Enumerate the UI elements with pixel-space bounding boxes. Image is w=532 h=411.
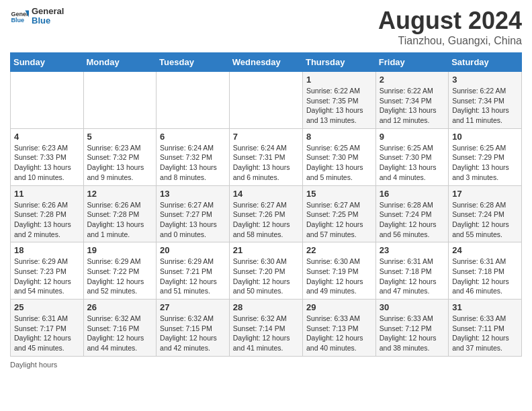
day-of-week-header: Thursday	[302, 53, 375, 72]
day-of-week-header: Friday	[375, 53, 448, 72]
logo-blue-text: Blue	[32, 16, 64, 26]
calendar-cell: 29Sunrise: 6:33 AM Sunset: 7:13 PM Dayli…	[302, 300, 375, 357]
day-number: 28	[233, 302, 299, 312]
day-info: Sunrise: 6:33 AM Sunset: 7:13 PM Dayligh…	[306, 314, 372, 353]
calendar-cell: 7Sunrise: 6:24 AM Sunset: 7:31 PM Daylig…	[229, 128, 302, 185]
day-info: Sunrise: 6:24 AM Sunset: 7:31 PM Dayligh…	[233, 143, 299, 183]
calendar-week-row: 25Sunrise: 6:31 AM Sunset: 7:17 PM Dayli…	[11, 300, 522, 357]
day-info: Sunrise: 6:29 AM Sunset: 7:21 PM Dayligh…	[160, 257, 226, 296]
title-area: August 2024 Tianzhou, Guangxi, China	[378, 7, 522, 47]
day-number: 2	[380, 75, 445, 85]
calendar-cell: 15Sunrise: 6:27 AM Sunset: 7:25 PM Dayli…	[302, 185, 375, 242]
svg-text:Blue: Blue	[11, 17, 24, 24]
calendar-cell: 4Sunrise: 6:23 AM Sunset: 7:33 PM Daylig…	[11, 128, 84, 185]
calendar-week-row: 11Sunrise: 6:26 AM Sunset: 7:28 PM Dayli…	[11, 185, 522, 242]
day-info: Sunrise: 6:22 AM Sunset: 7:34 PM Dayligh…	[380, 86, 445, 126]
day-number: 26	[87, 302, 153, 312]
day-number: 23	[380, 245, 445, 255]
day-number: 3	[452, 75, 518, 85]
day-number: 24	[452, 245, 518, 255]
day-info: Sunrise: 6:32 AM Sunset: 7:16 PM Dayligh…	[87, 314, 153, 353]
calendar-cell: 5Sunrise: 6:23 AM Sunset: 7:32 PM Daylig…	[83, 128, 157, 185]
day-number: 11	[14, 189, 80, 199]
calendar-cell: 12Sunrise: 6:26 AM Sunset: 7:28 PM Dayli…	[83, 185, 157, 242]
day-info: Sunrise: 6:30 AM Sunset: 7:19 PM Dayligh…	[306, 257, 372, 296]
day-info: Sunrise: 6:27 AM Sunset: 7:26 PM Dayligh…	[233, 200, 299, 240]
day-number: 20	[160, 245, 226, 255]
day-number: 22	[306, 245, 372, 255]
calendar-cell: 13Sunrise: 6:27 AM Sunset: 7:27 PM Dayli…	[157, 185, 230, 242]
main-title: August 2024	[378, 7, 522, 35]
calendar-cell: 11Sunrise: 6:26 AM Sunset: 7:28 PM Dayli…	[11, 185, 84, 242]
footer-note: Daylight hours	[10, 361, 522, 369]
calendar-cell: 19Sunrise: 6:29 AM Sunset: 7:22 PM Dayli…	[83, 242, 157, 300]
day-number: 16	[380, 189, 445, 199]
calendar-cell: 2Sunrise: 6:22 AM Sunset: 7:34 PM Daylig…	[375, 72, 448, 129]
day-info: Sunrise: 6:27 AM Sunset: 7:25 PM Dayligh…	[306, 200, 372, 240]
logo-icon: General Blue	[10, 7, 29, 26]
day-info: Sunrise: 6:32 AM Sunset: 7:14 PM Dayligh…	[233, 314, 299, 353]
calendar-cell	[229, 72, 302, 129]
calendar-week-row: 1Sunrise: 6:22 AM Sunset: 7:35 PM Daylig…	[11, 72, 522, 129]
day-of-week-header: Tuesday	[157, 53, 230, 72]
day-number: 30	[380, 302, 445, 312]
day-info: Sunrise: 6:22 AM Sunset: 7:35 PM Dayligh…	[306, 86, 372, 126]
day-info: Sunrise: 6:28 AM Sunset: 7:24 PM Dayligh…	[380, 200, 445, 240]
day-info: Sunrise: 6:23 AM Sunset: 7:32 PM Dayligh…	[87, 143, 153, 183]
calendar-cell: 3Sunrise: 6:22 AM Sunset: 7:34 PM Daylig…	[449, 72, 522, 129]
calendar-cell: 23Sunrise: 6:31 AM Sunset: 7:18 PM Dayli…	[375, 242, 448, 300]
day-info: Sunrise: 6:25 AM Sunset: 7:30 PM Dayligh…	[306, 143, 372, 183]
calendar-cell: 24Sunrise: 6:31 AM Sunset: 7:18 PM Dayli…	[449, 242, 522, 300]
day-info: Sunrise: 6:23 AM Sunset: 7:33 PM Dayligh…	[14, 143, 80, 183]
calendar-cell: 30Sunrise: 6:33 AM Sunset: 7:12 PM Dayli…	[375, 300, 448, 357]
calendar-cell: 14Sunrise: 6:27 AM Sunset: 7:26 PM Dayli…	[229, 185, 302, 242]
logo-general-text: General	[32, 7, 64, 16]
calendar-week-row: 18Sunrise: 6:29 AM Sunset: 7:23 PM Dayli…	[11, 242, 522, 300]
day-number: 10	[452, 132, 518, 142]
header-row: SundayMondayTuesdayWednesdayThursdayFrid…	[11, 53, 522, 72]
day-number: 21	[233, 245, 299, 255]
day-number: 25	[14, 302, 80, 312]
calendar-cell: 21Sunrise: 6:30 AM Sunset: 7:20 PM Dayli…	[229, 242, 302, 300]
calendar-cell	[83, 72, 157, 129]
subtitle: Tianzhou, Guangxi, China	[378, 35, 522, 47]
day-number: 12	[87, 189, 153, 199]
calendar-cell: 20Sunrise: 6:29 AM Sunset: 7:21 PM Dayli…	[157, 242, 230, 300]
calendar-cell: 28Sunrise: 6:32 AM Sunset: 7:14 PM Dayli…	[229, 300, 302, 357]
calendar-header: SundayMondayTuesdayWednesdayThursdayFrid…	[11, 53, 522, 72]
day-number: 9	[380, 132, 445, 142]
day-info: Sunrise: 6:33 AM Sunset: 7:11 PM Dayligh…	[452, 314, 518, 353]
day-number: 15	[306, 189, 372, 199]
calendar-cell: 6Sunrise: 6:24 AM Sunset: 7:32 PM Daylig…	[157, 128, 230, 185]
calendar-table: SundayMondayTuesdayWednesdayThursdayFrid…	[10, 52, 522, 357]
day-of-week-header: Monday	[83, 53, 157, 72]
calendar-cell: 9Sunrise: 6:25 AM Sunset: 7:30 PM Daylig…	[375, 128, 448, 185]
day-number: 7	[233, 132, 299, 142]
day-info: Sunrise: 6:31 AM Sunset: 7:17 PM Dayligh…	[14, 314, 80, 353]
calendar-cell: 31Sunrise: 6:33 AM Sunset: 7:11 PM Dayli…	[449, 300, 522, 357]
calendar-cell: 16Sunrise: 6:28 AM Sunset: 7:24 PM Dayli…	[375, 185, 448, 242]
logo: General Blue General Blue	[10, 7, 64, 26]
day-info: Sunrise: 6:25 AM Sunset: 7:30 PM Dayligh…	[380, 143, 445, 183]
day-info: Sunrise: 6:29 AM Sunset: 7:23 PM Dayligh…	[14, 257, 80, 296]
day-number: 1	[306, 75, 372, 85]
day-of-week-header: Sunday	[11, 53, 84, 72]
calendar-cell: 1Sunrise: 6:22 AM Sunset: 7:35 PM Daylig…	[302, 72, 375, 129]
day-number: 31	[452, 302, 518, 312]
day-info: Sunrise: 6:25 AM Sunset: 7:29 PM Dayligh…	[452, 143, 518, 183]
header: General Blue General Blue August 2024 Ti…	[10, 7, 522, 47]
day-info: Sunrise: 6:26 AM Sunset: 7:28 PM Dayligh…	[87, 200, 153, 240]
calendar-week-row: 4Sunrise: 6:23 AM Sunset: 7:33 PM Daylig…	[11, 128, 522, 185]
day-of-week-header: Wednesday	[229, 53, 302, 72]
day-info: Sunrise: 6:22 AM Sunset: 7:34 PM Dayligh…	[452, 86, 518, 126]
calendar-cell: 25Sunrise: 6:31 AM Sunset: 7:17 PM Dayli…	[11, 300, 84, 357]
day-info: Sunrise: 6:33 AM Sunset: 7:12 PM Dayligh…	[380, 314, 445, 353]
day-number: 27	[160, 302, 226, 312]
day-info: Sunrise: 6:30 AM Sunset: 7:20 PM Dayligh…	[233, 257, 299, 296]
day-number: 14	[233, 189, 299, 199]
day-number: 4	[14, 132, 80, 142]
day-number: 6	[160, 132, 226, 142]
day-info: Sunrise: 6:29 AM Sunset: 7:22 PM Dayligh…	[87, 257, 153, 296]
day-number: 18	[14, 245, 80, 255]
day-info: Sunrise: 6:24 AM Sunset: 7:32 PM Dayligh…	[160, 143, 226, 183]
